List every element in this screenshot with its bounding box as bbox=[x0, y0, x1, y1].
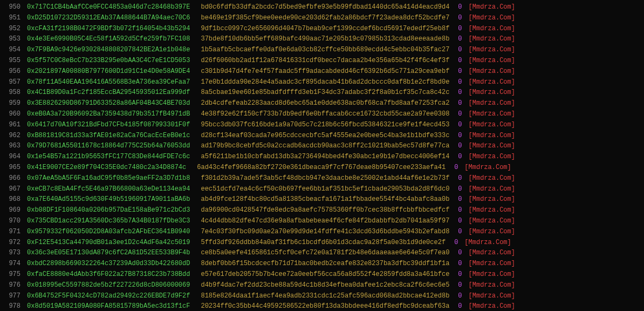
hex-address: 0xcFA31f2198B0472F9BDf3b072f164054b43b52… bbox=[27, 24, 190, 35]
hash-value: 7e4c03f30fbc09d0ae2a70e99d9de14fdffe41c3… bbox=[201, 227, 449, 238]
output-row: 9650x41E9007CE2e89f704C35E0dc7480c2a34D8… bbox=[4, 163, 640, 173]
line-number: 967 bbox=[4, 184, 20, 195]
balance-value: 0 bbox=[458, 173, 462, 184]
source-tag: [Mmdrza.Com] bbox=[469, 13, 515, 24]
hex-address: 0x4e3Ee6990B05C4Ec58f1A592d5Cfe259fb7FC1… bbox=[27, 34, 190, 45]
source-tag: [Mmdrza.Com] bbox=[469, 173, 515, 184]
source-tag: [Mmdrza.Com] bbox=[469, 194, 515, 205]
line-number: 957 bbox=[4, 77, 20, 88]
line-number: 956 bbox=[4, 66, 20, 77]
hash-value: eec51dcfd7ea4c6cf50c0b697fee6bb1af351bc5… bbox=[201, 184, 449, 195]
hash-value: 8a5cbae19ee601e85badfdfffd3eb1F34dc37ada… bbox=[201, 87, 449, 98]
balance-value: 0 bbox=[458, 131, 462, 141]
source-tag: [Mmdrza.Com] bbox=[469, 2, 515, 13]
hash-value: 95bcc3db037fc616bde1a9a70d5c7c218b6c56fb… bbox=[201, 120, 449, 131]
line-number: 960 bbox=[4, 109, 20, 120]
line-number: 965 bbox=[4, 163, 20, 173]
hash-value: a5f6211be1b10cbfabd13db3a2736494bbed4fe3… bbox=[201, 152, 449, 163]
output-row: 9570x78f11A540EAA196416A5568B3eA736ea39C… bbox=[4, 77, 640, 88]
output-row: 9720xF12E5413Ca44790dB01a3ee1D2c4AdF6a42… bbox=[4, 238, 640, 248]
balance-value: 0 bbox=[458, 2, 462, 13]
balance-value: 0 bbox=[458, 141, 462, 152]
hash-value: 2db4cdfefeab2283aacd8d6ebc65a1e0dde638ac… bbox=[201, 98, 449, 109]
source-tag: [Mmdrza.Com] bbox=[469, 227, 515, 238]
line-number: 963 bbox=[4, 141, 20, 152]
hex-address: 0xa7E640Ad5155c9d630F49b51960917A9011aBA… bbox=[27, 194, 190, 205]
source-tag: [Mmdrza.Com] bbox=[469, 269, 515, 280]
line-number: 977 bbox=[4, 291, 20, 302]
output-row: 9500x717C1CB4bAafCCe0FCC4853a046d7c28468… bbox=[4, 2, 640, 13]
hex-address: 0x6B4752F5F04324cD782ad29492c226EBDE7d9F… bbox=[27, 291, 190, 302]
line-number: 961 bbox=[4, 120, 20, 131]
hex-address: 0xfaCE8880e4dAbb3f6F022a27B87318C23b738B… bbox=[27, 269, 190, 280]
hash-value: 20234ff0c35bb44c49592586522eb80f13da3bbd… bbox=[201, 301, 449, 311]
source-tag: [Mmdrza.Com] bbox=[469, 216, 515, 227]
line-number: 969 bbox=[4, 205, 20, 216]
hex-address: 0x2021897A00880B7977600D1d91C1e4D0e58A9D… bbox=[27, 66, 190, 77]
balance-value: 0 bbox=[454, 238, 458, 248]
output-row: 9690xb08DF1F108640a0206b957DaE158aBe971c… bbox=[4, 205, 640, 216]
line-number: 971 bbox=[4, 227, 20, 238]
output-row: 9730x36c3eE05E17130dA879c6fC2A81D52EE533… bbox=[4, 248, 640, 259]
balance-value: 0 bbox=[458, 269, 462, 280]
source-tag: [Mmdrza.Com] bbox=[464, 238, 511, 248]
source-tag: [Mmdrza.Com] bbox=[469, 205, 515, 216]
source-tag: [Mmdrza.Com] bbox=[469, 248, 515, 259]
source-tag: [Mmdrza.Com] bbox=[469, 120, 515, 131]
hash-value: e57e617deb20575b7b4cee72a0eebf56cca56a8d… bbox=[201, 269, 449, 280]
output-row: 9700x735CBD1acc291A3560Dc365b7A34B0187fD… bbox=[4, 216, 640, 227]
hash-value: 5ffd3df926ddbb84a0af31fb6c1bcdfd6b01d3cd… bbox=[201, 238, 446, 248]
hash-value: c301b9d47d4fe7e4f57faadc5ff9adacabdedd46… bbox=[201, 66, 449, 77]
hash-value: 6ad43c4fef9668a82bf2720e361dbeaca9f7cf76… bbox=[197, 163, 446, 173]
line-number: 972 bbox=[4, 238, 20, 248]
output-row: 9780x8d5019A582109A080FA85815789bA5ec3d1… bbox=[4, 301, 640, 311]
source-tag: [Mmdrza.Com] bbox=[469, 131, 515, 141]
line-number: 974 bbox=[4, 259, 20, 269]
hash-value: d26f6060bb2ad1f12a678416331cdf0becc7daca… bbox=[201, 56, 449, 66]
source-tag: [Mmdrza.Com] bbox=[469, 45, 515, 56]
line-number: 955 bbox=[4, 56, 20, 66]
balance-value: 0 bbox=[458, 194, 462, 205]
balance-value: 0 bbox=[458, 184, 462, 195]
output-row: 9740xbdC2898b6690322264c37239Ad0d33Db422… bbox=[4, 259, 640, 269]
hex-address: 0x36c3eE05E17130dA879c6fC2A81D52EE533B9F… bbox=[27, 248, 190, 259]
hex-address: 0x9579332f062050D2D8A03afcb2AFbEC3641B09… bbox=[27, 227, 190, 238]
line-number: 954 bbox=[4, 45, 20, 56]
hash-value: 17e0b1ddda90e284e4a5aadc3cf895dacab41b6a… bbox=[201, 77, 449, 88]
hex-address: 0x6417d70A10f321BdFbd7CFb4185f087993301F… bbox=[27, 120, 190, 131]
hash-value: d28cf134eaf03cada7e965cdccecbfc5af4555ea… bbox=[201, 131, 449, 141]
source-tag: [Mmdrza.Com] bbox=[464, 163, 511, 173]
hex-address: 0x1e54B57a1221b95653fFC177C83De844dFDE7c… bbox=[27, 152, 190, 163]
balance-value: 0 bbox=[458, 77, 462, 88]
hash-value: ab4d9fce128f4bc80cd5a81385cbeacfa1671a1f… bbox=[201, 194, 449, 205]
hex-address: 0x8d5019A582109A080FA85815789bA5ec3d13f1… bbox=[27, 301, 190, 311]
line-number: 951 bbox=[4, 13, 20, 24]
hex-address: 0x41E9007CE2e89f704C35E0dc7480c2a34D8874… bbox=[27, 163, 186, 173]
hash-value: ad179b9bc8cebfd5c0a2ccadb6acdcb90aac3c8f… bbox=[201, 141, 449, 152]
hash-value: da96900cd0428547fde8edc9a8aefc75785360ff… bbox=[201, 205, 449, 216]
balance-value: 0 bbox=[458, 87, 462, 98]
hash-value: 37bde8f10db6bb5eff689bafc490aac71e205b19… bbox=[201, 34, 449, 45]
hash-value: bd0c6fdfb33dfa2bcdc7d5bed9efbfe93e5b99fd… bbox=[201, 2, 449, 13]
balance-value: 0 bbox=[458, 24, 462, 35]
hex-address: 0x07AeA5bA5F6Fa16adC95f0b85e9aeFF2a3D7d1… bbox=[27, 173, 190, 184]
hash-value: f301d2b39a7ade5f3ab5cf48dbcb947e3daacbe8… bbox=[201, 173, 449, 184]
source-tag: [Mmdrza.Com] bbox=[469, 301, 515, 311]
hash-value: be469e19f385cf9bee0eede90ce203d62fab2a86… bbox=[201, 13, 449, 24]
hex-address: 0xbdC2898b6690322264c37239Ad0d33Db422680… bbox=[27, 259, 190, 269]
output-row: 9680xa7E640Ad5155c9d630F49b51960917A9011… bbox=[4, 194, 640, 205]
hex-address: 0xB881819C81d33a3fAE01e82aCa76CacEcEeB0e… bbox=[27, 131, 190, 141]
balance-value: 0 bbox=[458, 301, 462, 311]
output-row: 9620xB881819C81d33a3fAE01e82aCa76CacEcEe… bbox=[4, 131, 640, 141]
source-tag: [Mmdrza.Com] bbox=[469, 109, 515, 120]
output-row: 9520xcFA31f2198B0472F9BDf3b072f164054b43… bbox=[4, 24, 640, 35]
source-tag: [Mmdrza.Com] bbox=[469, 77, 515, 88]
hex-address: 0x79D7681A55011678c18864d775C25b64a76053… bbox=[27, 141, 190, 152]
hash-value: 9df1bcc0997c2e656096d4047b7beab9cef1399c… bbox=[201, 24, 449, 35]
output-row: 9630x79D7681A55011678c18864d775C25b64a76… bbox=[4, 141, 640, 152]
line-number: 962 bbox=[4, 131, 20, 141]
terminal-output: 9500x717C1CB4bAafCCe0FCC4853a046d7c28468… bbox=[4, 2, 640, 311]
output-row: 9750xfaCE8880e4dAbb3f6F022a27B87318C23b7… bbox=[4, 269, 640, 280]
source-tag: [Mmdrza.Com] bbox=[469, 98, 515, 109]
output-row: 9510xD25D107232D59312EAb37A488644B7A94ae… bbox=[4, 13, 640, 24]
